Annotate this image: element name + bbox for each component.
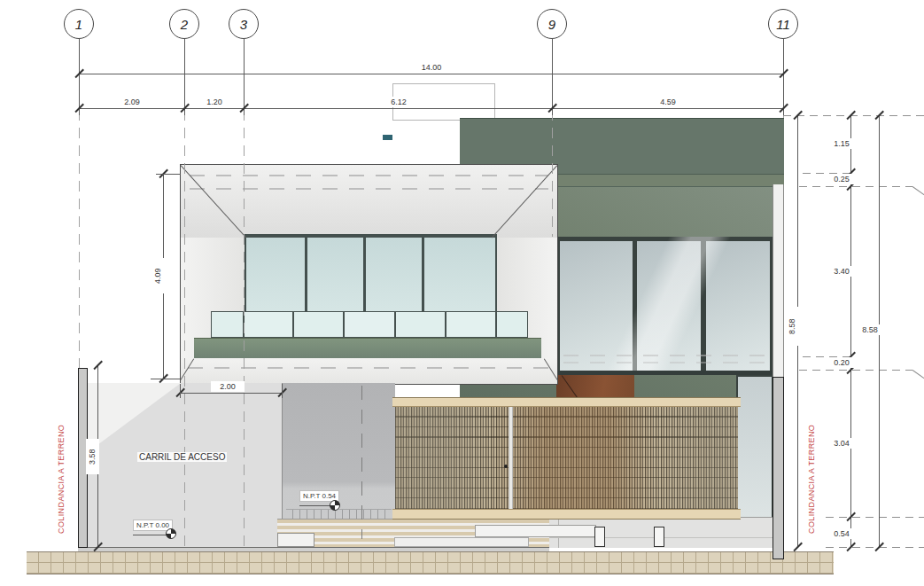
right-boundary-wall xyxy=(773,377,784,559)
dim-ext xyxy=(156,174,181,175)
dim-segment: 4.59 xyxy=(649,97,687,107)
grid-stem-11 xyxy=(783,39,784,115)
window-glass-panel xyxy=(307,238,363,314)
grid-bubble-label: 9 xyxy=(548,17,555,32)
screen-top-rail xyxy=(392,397,741,407)
grid-bubble-label: 3 xyxy=(240,17,247,32)
level-leader xyxy=(133,535,168,535)
railing-glass-panel xyxy=(294,312,343,337)
grid-bubble-label: 11 xyxy=(776,17,790,32)
door-swing-line xyxy=(561,375,577,397)
grid-bubble-3: 3 xyxy=(229,9,259,39)
balcony-window-frame xyxy=(245,234,497,314)
dim-level: 3.40 xyxy=(827,266,857,277)
level-line xyxy=(826,547,924,548)
grid-bubble-label: 1 xyxy=(75,17,82,32)
railing-glass-panel xyxy=(345,312,394,337)
front-bench xyxy=(475,525,596,537)
grid-stem-3 xyxy=(244,39,245,115)
level-line xyxy=(826,517,924,518)
railing-glass-panel xyxy=(446,312,495,337)
elevation-drawing: 1 2 3 9 11 14.00 2.09 1.20 6.12 4.59 4.0… xyxy=(0,0,924,586)
dim-line-carport xyxy=(180,393,282,394)
dim-overall-width: 14.00 xyxy=(413,62,450,73)
railing-glass-panel xyxy=(396,312,445,337)
level-jog-diagonal xyxy=(912,370,924,384)
boundary-label-right: COLINDANCIA A TERRENO xyxy=(807,415,816,543)
window-glass-panel xyxy=(366,238,422,314)
grid-bubble-label: 2 xyxy=(181,17,188,32)
dim-left-wall-height: 3.58 xyxy=(86,439,99,474)
window-glass-panel xyxy=(424,238,495,314)
dim-overall-height-rotated: 8.58 xyxy=(786,307,799,346)
front-step-slab xyxy=(394,537,529,547)
grid-bubble-11: 11 xyxy=(768,9,798,39)
window-glass-panel xyxy=(246,238,305,314)
level-line xyxy=(799,370,912,371)
dim-ext xyxy=(180,384,181,398)
curtain-wall-glazing xyxy=(556,237,773,375)
level-line xyxy=(799,186,912,187)
ground-hatch xyxy=(27,551,834,574)
side-glass-strip xyxy=(736,375,773,521)
screen-bottom-rail xyxy=(392,509,741,520)
terrace-post xyxy=(594,527,605,547)
balcony-box xyxy=(180,164,558,385)
door-handle xyxy=(504,465,508,468)
grid-bubble-2: 2 xyxy=(169,9,199,39)
level-leader xyxy=(299,505,332,506)
dim-ext xyxy=(282,384,283,398)
level-line xyxy=(783,115,924,116)
sill-joint-dashes xyxy=(188,367,550,369)
screen-color-tint xyxy=(395,407,738,509)
scupper-mark xyxy=(383,135,392,140)
dim-segment: 6.12 xyxy=(380,97,417,107)
dim-balcony-height: 4.09 xyxy=(151,258,165,293)
floor-line-dashes xyxy=(563,362,767,363)
level-marker-ground xyxy=(166,528,176,539)
railing-glass-panel xyxy=(245,312,292,337)
dim-line-overall-width xyxy=(79,74,783,74)
dim-segment: 2.09 xyxy=(113,97,151,107)
glass-railing xyxy=(211,311,528,338)
step-block xyxy=(277,533,314,547)
dim-level: 0.20 xyxy=(827,357,857,368)
terrace-post xyxy=(654,527,664,547)
right-pilaster xyxy=(773,184,784,377)
centerline-carport xyxy=(361,386,362,539)
grid-stem-1 xyxy=(79,39,80,115)
access-lane-label: CARRIL DE ACCESO xyxy=(137,452,227,462)
balcony-sill xyxy=(181,358,557,384)
planter-band xyxy=(194,338,541,359)
dim-overall-height-outer: 8.58 xyxy=(854,324,886,335)
dim-level: 0.25 xyxy=(827,174,857,184)
screen-door-jamb xyxy=(509,407,513,509)
slat-screen xyxy=(392,397,741,520)
dim-level: 0.54 xyxy=(827,528,857,539)
level-jog-diagonal xyxy=(912,186,924,200)
dim-level: 3.04 xyxy=(827,438,857,449)
level-marker-entry xyxy=(330,500,340,511)
grid-bubble-1: 1 xyxy=(64,9,94,39)
dim-segment: 1.20 xyxy=(196,97,233,107)
dim-carport-depth: 2.00 xyxy=(211,381,245,392)
grid-bubble-9: 9 xyxy=(537,9,567,39)
grid-stem-2 xyxy=(184,39,185,115)
railing-glass-panel xyxy=(497,312,527,337)
floor-line-dashes xyxy=(563,355,767,356)
dim-level: 1.15 xyxy=(827,138,857,149)
grid-stem-9 xyxy=(552,39,553,115)
boundary-label-left: COLINDANCIA A TERRENO xyxy=(57,415,66,543)
railing-glass-panel xyxy=(212,312,243,337)
dim-ext xyxy=(151,379,181,379)
